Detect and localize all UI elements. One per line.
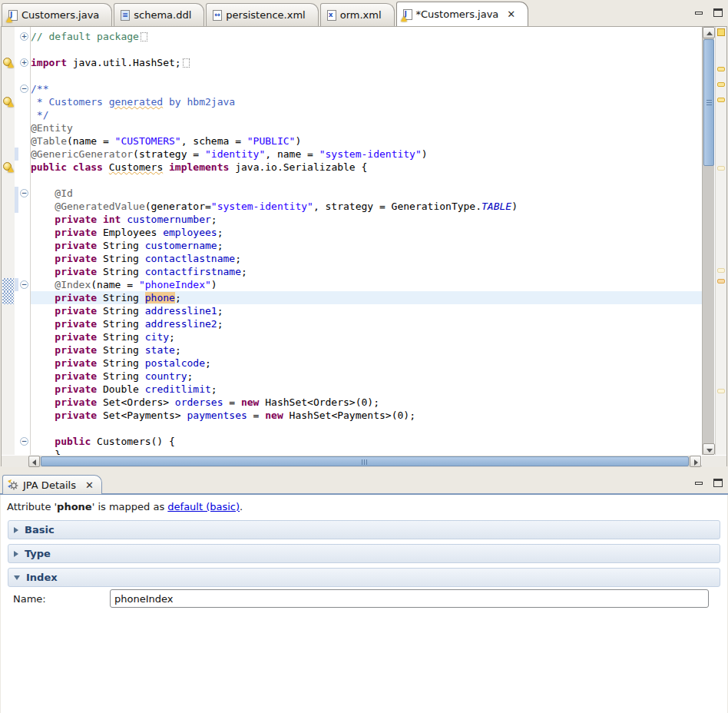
code-line[interactable]: * Customers generated by hbm2java (31, 95, 702, 108)
java-file-warning-icon (8, 10, 18, 21)
overview-annotation-warn[interactable] (717, 67, 725, 71)
overview-annotation-pale[interactable] (717, 268, 725, 273)
java-file-warning-icon (403, 9, 412, 20)
code-line[interactable]: @Index(name = "phoneIndex") (31, 278, 702, 291)
warning-lightbulb-icon[interactable] (3, 161, 13, 171)
code-line[interactable]: */ (31, 108, 702, 121)
warning-lightbulb-icon[interactable] (3, 57, 13, 67)
code-line[interactable]: @GeneratedValue(generator="system-identi… (31, 200, 702, 213)
code-line[interactable]: private Set<Orders> orderses = new HashS… (31, 396, 702, 409)
editor-tab-customersjava[interactable]: Customers.java (2, 3, 112, 26)
code-line[interactable] (31, 422, 702, 435)
quick-diff-change (15, 278, 18, 291)
fold-collapse-icon[interactable]: − (20, 280, 28, 289)
fold-expand-icon[interactable]: + (20, 58, 28, 67)
editor-tab-ormxml[interactable]: orm.xml (320, 3, 395, 26)
section-basic[interactable]: Basic (8, 520, 720, 539)
code-line[interactable]: private Employees employees; (31, 226, 702, 239)
fold-collapse-icon[interactable]: − (20, 189, 28, 197)
quick-diff-change (15, 187, 18, 200)
overview-annotation-note[interactable] (717, 279, 725, 284)
maximize-icon[interactable] (712, 8, 723, 18)
chevron-down-icon (14, 575, 20, 580)
code-line[interactable]: public Customers() { (31, 435, 702, 448)
section-type[interactable]: Type (8, 544, 720, 563)
code-line[interactable]: // default package (31, 30, 702, 43)
chevron-right-icon (14, 527, 18, 533)
code-line[interactable]: private String country; (31, 370, 702, 383)
section-type-label: Type (25, 548, 51, 559)
index-name-label: Name: (13, 593, 46, 605)
close-icon[interactable]: ✕ (507, 9, 515, 19)
mapped-attribute-name: phone (57, 501, 92, 512)
minimize-icon[interactable] (693, 8, 704, 18)
code-line[interactable]: private Double creditlimit; (31, 383, 702, 396)
code-line[interactable]: private String state; (31, 343, 702, 356)
close-icon[interactable]: ✕ (85, 480, 94, 490)
fold-collapse-icon[interactable]: − (20, 85, 28, 93)
code-line[interactable]: /** (31, 82, 702, 95)
code-line[interactable]: private String customername; (31, 239, 702, 252)
quick-diff-change (15, 148, 18, 161)
scroll-right-icon[interactable] (690, 456, 701, 467)
scroll-up-icon[interactable] (703, 27, 715, 38)
vertical-scrollbar[interactable] (702, 27, 714, 455)
horizontal-scrollbar[interactable] (28, 456, 701, 467)
code-line[interactable]: private String contactfirstname; (31, 265, 702, 278)
maximize-icon[interactable] (712, 478, 723, 489)
java-editor: ++−−−− // default packageimport java.uti… (1, 26, 727, 466)
editor-tab-bar: Customers.javaschema.ddlpersistence.xmlo… (2, 2, 682, 26)
code-line[interactable]: @Table(name = "CUSTOMERS", schema = "PUB… (31, 134, 702, 148)
code-line[interactable]: private String contactlastname; (31, 252, 702, 265)
jpa-details-view: Attribute 'phone' is mapped as default (… (1, 495, 727, 713)
code-line[interactable]: @Entity (31, 121, 702, 134)
tab-jpa-details[interactable]: JPA Details ✕ (2, 475, 102, 494)
code-line[interactable]: private Set<Payments> paymentses = new H… (31, 409, 702, 422)
range-indicator (2, 278, 14, 291)
scroll-down-icon[interactable] (703, 443, 715, 455)
code-line[interactable]: private int customernumber; (31, 213, 702, 226)
code-editor-text[interactable]: // default packageimport java.util.HashS… (31, 27, 702, 455)
editor-content: ++−−−− // default packageimport java.uti… (2, 27, 726, 455)
jpa-details-tab-label: JPA Details (23, 479, 76, 491)
code-line[interactable]: private String addressline2; (31, 317, 702, 330)
fold-collapse-icon[interactable]: − (20, 437, 28, 446)
code-line[interactable] (31, 69, 702, 82)
code-line[interactable]: public class Customers implements java.i… (31, 161, 702, 174)
overview-annotation-warn[interactable] (717, 82, 725, 87)
overview-ruler[interactable] (715, 27, 726, 455)
warning-lightbulb-icon[interactable] (3, 96, 13, 106)
index-name-input[interactable] (110, 589, 709, 608)
chevron-right-icon (14, 551, 18, 557)
code-line[interactable]: import java.util.HashSet; (31, 56, 702, 69)
overview-annotation-pale[interactable] (717, 166, 725, 171)
code-line[interactable]: @GenericGenerator(strategy = "identity",… (31, 148, 702, 161)
code-line[interactable]: } (31, 448, 702, 455)
editor-tab-persistencexml[interactable]: persistence.xml (206, 3, 318, 26)
horizontal-scroll-thumb[interactable] (41, 456, 689, 466)
fold-expand-icon[interactable]: + (20, 32, 28, 41)
jpa-window-buttons (693, 478, 723, 489)
editor-tab-schemaddl[interactable]: schema.ddl (114, 3, 204, 26)
section-index[interactable]: Index (8, 568, 720, 587)
code-line[interactable]: private String postalcode; (31, 356, 702, 370)
overview-annotation-warn[interactable] (717, 98, 725, 102)
code-line[interactable]: private String addressline1; (31, 304, 702, 317)
overview-ruler-header[interactable] (717, 28, 725, 36)
code-line[interactable]: @Id (31, 187, 702, 200)
eclipse-workbench: { "editor": { "tabs": [ { "label": "Cust… (0, 0, 728, 713)
overview-annotation-pale[interactable] (717, 389, 725, 393)
editor-tab-customersjava[interactable]: *Customers.java✕ (396, 2, 529, 26)
code-line[interactable] (31, 43, 702, 56)
code-line[interactable] (31, 174, 702, 187)
vertical-scroll-thumb[interactable] (703, 39, 714, 166)
scroll-left-icon[interactable] (28, 456, 40, 467)
code-line[interactable]: private String city; (31, 330, 702, 343)
code-line[interactable]: private String phone; (31, 291, 702, 304)
editor-tab-label: orm.xml (340, 9, 382, 21)
ddl-file-icon (121, 10, 130, 21)
folding-bar: ++−−−− (19, 27, 30, 455)
marker-bar (2, 27, 15, 455)
mapping-type-link[interactable]: default (basic) (167, 501, 240, 512)
minimize-icon[interactable] (693, 478, 704, 489)
